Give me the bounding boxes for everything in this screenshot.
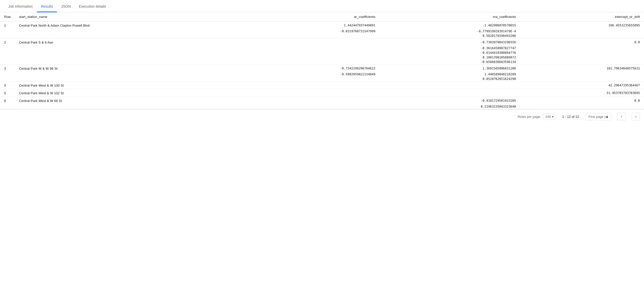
cell-ma-coeff xyxy=(379,89,520,97)
cell-row-number: 2 xyxy=(0,38,15,46)
table-sub-row: -0.59820598221548491.440589840210289 xyxy=(0,72,644,77)
chevron-down-icon: ▾ xyxy=(552,115,554,119)
cell-ma-coeff-sub: -6.779919928391479E-4 xyxy=(379,29,520,34)
col-header-intercept-or-drift: intercept_or_drift xyxy=(520,12,644,22)
col-header-ar-coefficients: ar_coefficients xyxy=(250,12,379,22)
prev-page-button[interactable]: ‹ xyxy=(617,112,626,121)
cell-ar-coeff: 1.442447937449891 xyxy=(250,22,379,29)
table-row: 6Central Park West & W 68 St-0.410172950… xyxy=(0,97,644,105)
cell-ma-coeff-sub: 1.440589840210289 xyxy=(379,72,520,77)
cell-intercept-sub xyxy=(520,50,644,55)
rows-per-page-select[interactable]: 100 ▾ xyxy=(543,114,556,120)
table-sub-row: -0.6588836683596134 xyxy=(0,60,644,65)
cell-intercept-sub xyxy=(520,60,644,65)
cell-ar-coeff-sub xyxy=(250,50,379,55)
col-header-ma-coefficients: ma_coefficients xyxy=(379,12,520,22)
cell-intercept-sub xyxy=(520,34,644,38)
cell-intercept-sub xyxy=(520,29,644,34)
table-row: 5Central Park West & W 102 St51.95370370… xyxy=(0,89,644,97)
table-sub-row: -0.8319760731547999-6.779919928391479E-4 xyxy=(0,29,644,34)
cell-intercept-sub xyxy=(520,46,644,50)
cell-ma-coeff: -1.482906070570655 xyxy=(379,22,520,29)
cell-intercept: 42.29647295364467 xyxy=(520,81,644,89)
cell-ma-coeff-sub: 0.5028176598493206 xyxy=(379,34,520,38)
tab-job-information[interactable]: Job information xyxy=(4,1,37,12)
tab-bar: Job information Results JSON Execution d… xyxy=(0,0,644,12)
next-icon: › xyxy=(635,114,636,119)
cell-intercept: 0.0 xyxy=(520,97,644,105)
cell-station-name: Central Park West & W 100 St xyxy=(15,81,250,89)
cell-ma-coeff-sub: 0.21963235043323648 xyxy=(379,104,520,109)
table-footer: Rows per page: 100 ▾ 1 - 12 of 12 First … xyxy=(0,109,644,124)
col-header-row: Row xyxy=(0,12,15,22)
results-table-container: Row start_station_name ar_coefficients m… xyxy=(0,12,644,109)
prev-icon: ‹ xyxy=(621,114,622,119)
table-sub-row: 0.6144410300894776 xyxy=(0,50,644,55)
table-row: 4Central Park West & W 100 St42.29647295… xyxy=(0,81,644,89)
rows-per-page-value: 100 xyxy=(545,115,551,119)
cell-ar-coeff: -0.7342299296764622 xyxy=(250,65,379,72)
cell-ar-coeff-sub xyxy=(250,34,379,38)
tab-results[interactable]: Results xyxy=(37,1,57,12)
cell-row-number: 4 xyxy=(0,81,15,89)
table-sub-row: 0.1881398105889872 xyxy=(0,55,644,60)
cell-ma-coeff xyxy=(379,81,520,89)
table-sub-row: 0.8520762651624298 xyxy=(0,77,644,81)
rows-per-page-section: Rows per page: 100 ▾ xyxy=(518,114,556,120)
cell-station-name: Central Park West & W 102 St xyxy=(15,89,250,97)
cell-ma-coeff: 1.3691565096831206 xyxy=(379,65,520,72)
table-row: 1Central Park North & Adam Clayton Powel… xyxy=(0,22,644,29)
cell-ar-coeff xyxy=(250,97,379,105)
cell-ar-coeff-sub: -0.8319760731547999 xyxy=(250,29,379,34)
cell-ar-coeff-sub xyxy=(250,55,379,60)
cell-intercept-sub xyxy=(520,77,644,81)
cell-intercept: 51.953703703703695 xyxy=(520,89,644,97)
cell-ma-coeff-sub: 0.1881398105889872 xyxy=(379,55,520,60)
cell-intercept-sub xyxy=(520,55,644,60)
cell-ma-coeff-sub: 0.6144410300894776 xyxy=(379,50,520,55)
col-header-start-station-name: start_station_name xyxy=(15,12,250,22)
cell-station-name: Central Park West & W 68 St xyxy=(15,97,250,105)
table-row: 2Central Park S & 6 Ave-0.73039700432965… xyxy=(0,38,644,46)
cell-ar-coeff xyxy=(250,38,379,46)
first-page-label: First page xyxy=(589,115,603,119)
cell-ar-coeff xyxy=(250,89,379,97)
cell-ma-coeff: -0.7303970043296556 xyxy=(379,38,520,46)
cell-row-number: 1 xyxy=(0,22,15,29)
cell-intercept-sub xyxy=(520,104,644,109)
cell-ma-coeff: -0.4101729501923205 xyxy=(379,97,520,105)
next-page-button[interactable]: › xyxy=(632,112,640,121)
cell-ma-coeff-sub: -0.3616450907827747 xyxy=(379,46,520,50)
cell-ar-coeff-sub xyxy=(250,77,379,81)
cell-ar-coeff-sub xyxy=(250,46,379,50)
cell-ma-coeff-sub: -0.6588836683596134 xyxy=(379,60,520,65)
tab-json[interactable]: JSON xyxy=(57,1,75,12)
cell-intercept: 101.79634640575631 xyxy=(520,65,644,72)
cell-ar-coeff-sub xyxy=(250,60,379,65)
cell-intercept: 0.0 xyxy=(520,38,644,46)
cell-ar-coeff-sub: -0.5982059822154849 xyxy=(250,72,379,77)
tab-execution-details[interactable]: Execution details xyxy=(75,1,110,12)
table-sub-row: 0.21963235043323648 xyxy=(0,104,644,109)
cell-ar-coeff-sub xyxy=(250,104,379,109)
table-header-row: Row start_station_name ar_coefficients m… xyxy=(0,12,644,22)
cell-ar-coeff xyxy=(250,81,379,89)
cell-intercept: 166.4553235655095 xyxy=(520,22,644,29)
cell-row-number: 6 xyxy=(0,97,15,105)
first-page-icon: |◀ xyxy=(605,115,608,119)
cell-station-name: Central Park W & W 96 St xyxy=(15,65,250,72)
cell-row-number: 3 xyxy=(0,65,15,72)
cell-ma-coeff-sub: 0.8520762651624298 xyxy=(379,77,520,81)
cell-intercept-sub xyxy=(520,72,644,77)
cell-row-number: 5 xyxy=(0,89,15,97)
table-sub-row: -0.3616450907827747 xyxy=(0,46,644,50)
table-row: 3Central Park W & W 96 St-0.734229929676… xyxy=(0,65,644,72)
pagination-info: 1 - 12 of 12 xyxy=(562,115,579,119)
first-page-button[interactable]: First page |◀ xyxy=(585,113,611,120)
results-table: Row start_station_name ar_coefficients m… xyxy=(0,12,644,109)
rows-per-page-label: Rows per page: xyxy=(518,115,541,119)
cell-station-name: Central Park S & 6 Ave xyxy=(15,38,250,46)
cell-station-name: Central Park North & Adam Clayton Powell… xyxy=(15,22,250,29)
table-sub-row: 0.5028176598493206 xyxy=(0,34,644,38)
